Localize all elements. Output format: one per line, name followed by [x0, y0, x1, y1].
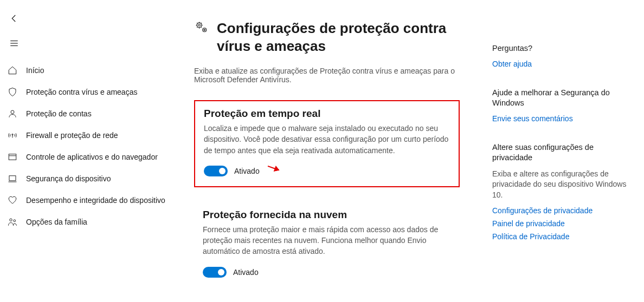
cloud-toggle[interactable] — [203, 267, 227, 278]
sidebar-item-app-browser-control[interactable]: Controle de aplicativos e do navegador — [0, 146, 173, 168]
privacy-block: Altere suas configurações de privacidade… — [492, 142, 631, 241]
home-icon — [8, 65, 17, 75]
realtime-toggle[interactable] — [204, 166, 228, 176]
svg-line-23 — [268, 166, 279, 170]
shield-icon — [8, 87, 17, 97]
improve-security-block: Ajude a melhorar a Segurança do Windows … — [492, 88, 631, 123]
svg-point-9 — [10, 219, 12, 221]
page-title: Configurações de proteção contra vírus e… — [217, 19, 466, 55]
back-button[interactable] — [4, 10, 24, 27]
section-title: Proteção fornecida na nuvem — [203, 209, 451, 221]
privacy-settings-link[interactable]: Configurações de privacidade — [492, 206, 631, 215]
window-icon — [8, 152, 17, 162]
section-title: Proteção em tempo real — [204, 108, 450, 120]
gears-icon — [194, 19, 209, 36]
svg-point-3 — [11, 110, 14, 114]
send-feedback-link[interactable]: Envie seus comentários — [492, 114, 631, 123]
get-help-link[interactable]: Obter ajuda — [492, 60, 631, 68]
annotation-arrow-icon — [262, 157, 284, 176]
hamburger-button[interactable] — [4, 35, 24, 52]
svg-line-21 — [197, 27, 197, 28]
sidebar-item-label: Proteção de contas — [26, 109, 92, 118]
svg-point-12 — [198, 24, 201, 27]
main-content: Configurações de proteção contra vírus e… — [173, 0, 492, 302]
sidebar-item-device-performance[interactable]: Desempenho e integridade do dispositivo — [0, 189, 173, 211]
sidebar-item-label: Segurança do dispositivo — [26, 174, 111, 183]
sidebar-item-account-protection[interactable]: Proteção de contas — [0, 103, 173, 124]
section-description: Localiza e impede que o malware seja ins… — [204, 123, 450, 156]
section-cloud-protection: Proteção fornecida na nuvem Fornece uma … — [194, 202, 460, 287]
device-icon — [8, 174, 17, 183]
family-icon — [8, 217, 17, 227]
svg-rect-7 — [9, 176, 16, 181]
block-text: Exiba e altere as configurações de priva… — [492, 169, 631, 201]
svg-line-22 — [201, 23, 202, 23]
sidebar-item-label: Proteção contra vírus e ameaças — [26, 88, 137, 96]
section-realtime-protection: Proteção em tempo real Localiza e impede… — [194, 100, 460, 187]
block-heading: Perguntas? — [492, 43, 631, 54]
toggle-state-label: Ativado — [234, 167, 260, 175]
svg-point-14 — [204, 29, 205, 31]
privacy-policy-link[interactable]: Política de Privacidade — [492, 232, 631, 241]
sidebar-item-label: Desempenho e integridade do dispositivo — [26, 196, 165, 205]
sidebar-item-label: Opções da família — [26, 218, 87, 226]
sidebar-item-firewall[interactable]: Firewall e proteção de rede — [0, 124, 173, 146]
sidebar-item-virus-threat[interactable]: Proteção contra vírus e ameaças — [0, 81, 173, 103]
privacy-dashboard-link[interactable]: Painel de privacidade — [492, 219, 631, 228]
svg-line-19 — [197, 23, 197, 23]
heart-icon — [8, 195, 17, 205]
block-heading: Altere suas configurações de privacidade — [492, 142, 631, 163]
page-subtitle: Exiba e atualize as configurações de Pro… — [194, 67, 465, 84]
svg-line-20 — [201, 27, 202, 28]
svg-rect-5 — [9, 154, 16, 160]
sidebar-item-device-security[interactable]: Segurança do dispositivo — [0, 168, 173, 189]
svg-point-13 — [203, 28, 207, 32]
person-icon — [8, 109, 17, 119]
section-description: Fornece uma proteção maior e mais rápida… — [203, 224, 451, 257]
svg-point-10 — [14, 220, 16, 222]
sidebar-item-label: Início — [26, 66, 44, 75]
sidebar: Início Proteção contra vírus e ameaças P… — [0, 0, 173, 302]
sidebar-item-family-options[interactable]: Opções da família — [0, 211, 173, 233]
toggle-state-label: Ativado — [233, 268, 259, 277]
sidebar-item-label: Controle de aplicativos e do navegador — [26, 153, 158, 161]
sidebar-item-label: Firewall e proteção de rede — [26, 131, 118, 140]
questions-block: Perguntas? Obter ajuda — [492, 43, 631, 68]
right-panel: Perguntas? Obter ajuda Ajude a melhorar … — [492, 0, 644, 302]
antenna-icon — [8, 130, 17, 140]
sidebar-item-home[interactable]: Início — [0, 60, 173, 81]
block-heading: Ajude a melhorar a Segurança do Windows — [492, 88, 631, 109]
svg-marker-24 — [274, 166, 280, 173]
